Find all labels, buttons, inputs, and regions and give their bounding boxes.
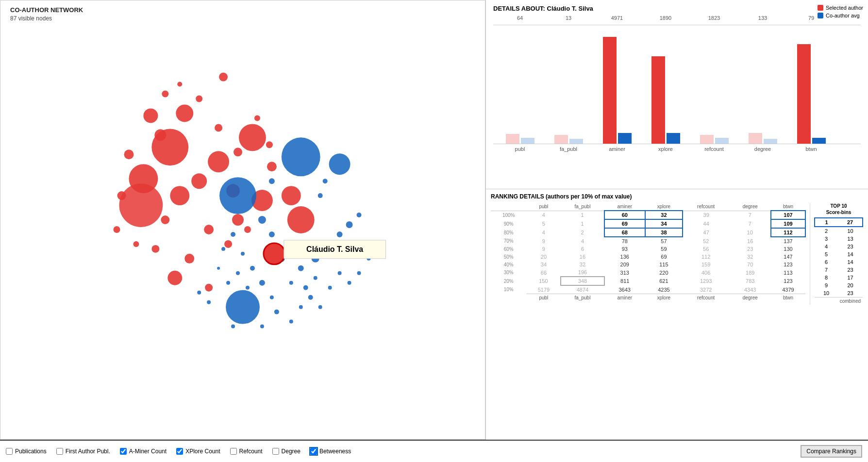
checkbox-refcount[interactable]: Refcount — [230, 448, 263, 455]
bar-aminer-blue — [618, 133, 632, 144]
num-publ: 64 — [496, 15, 544, 21]
num-btwn: 79 — [787, 15, 835, 21]
checkbox-degree-input[interactable] — [272, 448, 279, 455]
cell-refcount-80: 47 — [683, 228, 729, 237]
num-refcount: 1823 — [690, 15, 738, 21]
checkbox-betweeness-label[interactable]: Betweeness — [319, 448, 351, 455]
footer-refcount: refcount — [683, 294, 729, 302]
top10-row: 8 17 — [815, 274, 863, 281]
cell-xplore-50: 69 — [645, 253, 683, 261]
cell-publ-70: 9 — [526, 237, 561, 245]
top10-row: 3 13 — [815, 235, 863, 243]
chart-bottom-line — [493, 144, 861, 144]
svg-point-36 — [282, 137, 320, 176]
checkbox-betweeness[interactable]: Betweeness — [310, 448, 351, 455]
top10-score-9: 20 — [838, 281, 863, 289]
svg-point-63 — [226, 281, 230, 285]
cell-degree-40: 70 — [729, 261, 771, 268]
num-aminer: 4971 — [593, 15, 641, 21]
cell-fa-publ-30: 196 — [561, 268, 604, 277]
cell-xplore-90: 34 — [645, 219, 683, 228]
cell-refcount-100: 39 — [683, 211, 729, 219]
top10-title: TOP 10Score-bins — [814, 203, 863, 215]
svg-point-16 — [267, 162, 277, 171]
svg-point-67 — [289, 320, 293, 324]
checkbox-publications-label[interactable]: Publications — [15, 448, 47, 455]
svg-point-43 — [298, 265, 304, 271]
bar-publ-blue-light — [521, 138, 534, 144]
cell-fa-publ-100: 1 — [561, 211, 604, 219]
svg-point-73 — [328, 286, 332, 290]
top10-score-5: 14 — [838, 250, 863, 258]
bar-group-fa-publ — [544, 27, 593, 144]
checkbox-publications-input[interactable] — [6, 448, 13, 455]
xlabel-aminer: aminer — [593, 146, 641, 152]
checkbox-aminer-label[interactable]: A-Miner Count — [129, 448, 167, 455]
checkbox-publications[interactable]: Publications — [6, 448, 47, 455]
cell-xplore-40: 115 — [645, 261, 683, 268]
checkbox-aminer[interactable]: A-Miner Count — [120, 448, 167, 455]
table-row: 80% 4 2 68 38 47 10 112 — [491, 228, 805, 237]
cell-refcount-70: 52 — [683, 237, 729, 245]
svg-text:Cláudio T. Silva: Cláudio T. Silva — [306, 245, 363, 253]
cell-aminer-60: 93 — [604, 245, 645, 253]
svg-point-17 — [232, 214, 244, 226]
cell-xplore-20: 621 — [645, 277, 683, 285]
bar-group-btwn — [787, 27, 835, 144]
checkbox-betweeness-input[interactable] — [310, 448, 317, 455]
network-graph[interactable]: Cláudio T. Silva — [0, 0, 485, 439]
cell-publ-10: 5179 — [526, 285, 561, 294]
checkbox-first-author[interactable]: First Author Publ. — [56, 448, 110, 455]
svg-point-65 — [226, 290, 260, 324]
cell-degree-50: 32 — [729, 253, 771, 261]
top10-score-6: 14 — [838, 258, 863, 266]
network-subtitle: 87 visible nodes — [10, 15, 52, 22]
top10-row: 10 23 — [815, 289, 863, 297]
checkbox-degree[interactable]: Degree — [272, 448, 300, 455]
table-row: 90% 5 1 69 34 44 7 109 — [491, 219, 805, 228]
checkbox-aminer-input[interactable] — [120, 448, 127, 455]
th-aminer: aminer — [604, 203, 645, 211]
compare-rankings-button[interactable]: Compare Rankings — [801, 445, 862, 458]
svg-point-23 — [205, 284, 213, 292]
cell-refcount-30: 406 — [683, 268, 729, 277]
svg-point-19 — [224, 240, 232, 248]
checkbox-xplore-label[interactable]: XPlore Count — [185, 448, 220, 455]
top10-footer: combined — [815, 297, 863, 305]
checkbox-first-author-label[interactable]: First Author Publ. — [66, 448, 110, 455]
th-xplore: xplore — [645, 203, 683, 211]
svg-point-18 — [204, 225, 214, 234]
svg-point-39 — [258, 216, 266, 224]
checkbox-refcount-input[interactable] — [230, 448, 237, 455]
checkbox-xplore[interactable]: XPlore Count — [176, 448, 220, 455]
xlabel-refcount: refcount — [690, 146, 738, 152]
svg-point-34 — [177, 82, 182, 87]
checkbox-refcount-label[interactable]: Refcount — [239, 448, 263, 455]
checkbox-first-author-input[interactable] — [56, 448, 63, 455]
svg-point-15 — [287, 206, 315, 233]
ranking-grid: publ fa_publ aminer xplore refcount degr… — [491, 203, 863, 305]
table-row: 30% 66 196 313 220 406 189 113 — [491, 268, 805, 277]
xlabel-publ: publ — [496, 146, 544, 152]
svg-point-4 — [219, 73, 228, 82]
top10-rank-5: 5 — [815, 250, 838, 258]
footer-btwn: btwn — [771, 294, 805, 302]
main-area: CO-AUTHOR NETWORK 87 visible nodes — [0, 0, 868, 440]
pct-40: 40% — [491, 261, 526, 268]
top10-footer-label: combined — [815, 297, 863, 305]
ranking-panel: RANKING DETAILS (authors per 10% of max … — [486, 189, 868, 440]
cell-publ-60: 9 — [526, 245, 561, 253]
cell-publ-50: 20 — [526, 253, 561, 261]
ranking-footer: publ fa_publ aminer xplore refcount degr… — [491, 294, 805, 302]
bar-fa-publ-red-light — [554, 135, 568, 144]
svg-point-25 — [161, 215, 169, 224]
top10-rank-1: 1 — [815, 218, 838, 227]
cell-fa-publ-50: 16 — [561, 253, 604, 261]
svg-point-31 — [234, 148, 242, 156]
pct-10: 10% — [491, 285, 526, 294]
cell-btwn-20: 123 — [771, 277, 805, 285]
footer-empty — [491, 294, 526, 302]
cell-degree-60: 23 — [729, 245, 771, 253]
checkbox-degree-label[interactable]: Degree — [282, 448, 300, 455]
checkbox-xplore-input[interactable] — [176, 448, 183, 455]
